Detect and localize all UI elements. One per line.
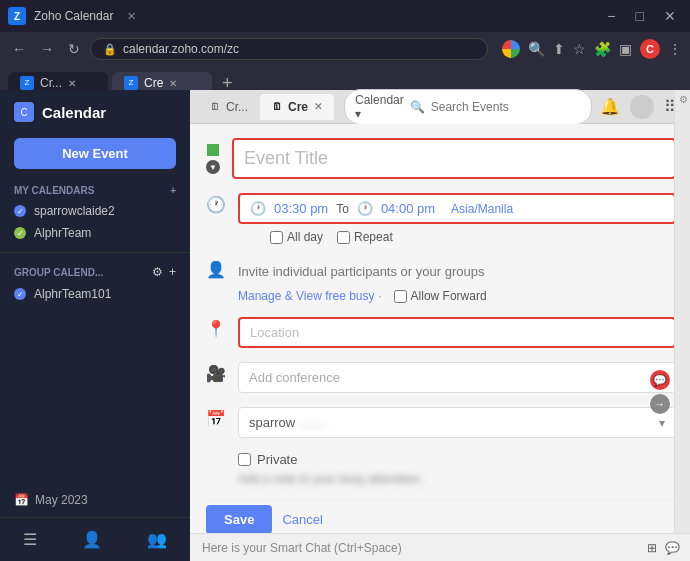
content-tab-2[interactable]: 🗓 Cre ✕ <box>260 94 334 120</box>
group-bottom-icon[interactable]: 👥 <box>143 526 171 553</box>
group-calendar-item-1[interactable]: ✓ AlphrTeam101 <box>0 283 190 305</box>
content-tab-bar: 🗓 Cr... 🗓 Cre ✕ Calendar ▾ 🔍 🔔 ⠿ <box>190 90 690 124</box>
content-tab-1[interactable]: 🗓 Cr... <box>198 94 260 120</box>
search-dropdown-label[interactable]: Calendar ▾ <box>355 93 404 121</box>
bookmark-icon[interactable]: ☆ <box>573 41 586 57</box>
clock-icon: 🕐 <box>206 195 226 214</box>
time-clock-2-icon: 🕐 <box>357 201 373 216</box>
tab-1-icon: Z <box>20 76 34 90</box>
search-icon[interactable]: 🔍 <box>528 41 545 57</box>
close-icon[interactable]: ✕ <box>127 10 136 23</box>
sidebar-header: C Calendar <box>0 90 190 134</box>
repeat-checkbox[interactable] <box>337 231 350 244</box>
location-icon: 📍 <box>206 319 226 338</box>
lock-icon: 🔒 <box>103 43 117 56</box>
menu-icon[interactable]: ⋮ <box>668 41 682 57</box>
calendar-item-alphrteam[interactable]: ✓ AlphrTeam <box>0 222 190 244</box>
url-bar[interactable]: 🔒 calendar.zoho.com/zc <box>90 38 488 60</box>
forward-button[interactable]: → <box>36 39 58 59</box>
browser-icon: Z <box>8 7 26 25</box>
calendar-row: 📅 sparrow ........ ▾ <box>206 407 676 438</box>
add-calendar-icon[interactable]: + <box>170 185 176 196</box>
menu-bottom-icon[interactable]: ☰ <box>19 526 41 553</box>
search-bar[interactable]: Calendar ▾ 🔍 <box>344 89 592 125</box>
floating-action-1[interactable]: 💬 <box>650 370 670 390</box>
right-strip-icon-1[interactable]: ⚙ <box>679 94 688 105</box>
location-input[interactable] <box>238 317 676 348</box>
new-event-button[interactable]: New Event <box>14 138 176 169</box>
calendar-dropdown[interactable]: sparrow ........ ▾ <box>238 407 676 438</box>
search-input[interactable] <box>431 100 581 114</box>
share-icon[interactable]: ⬆ <box>553 41 565 57</box>
event-title-input[interactable] <box>232 138 676 179</box>
location-row: 📍 <box>206 317 676 348</box>
invite-input[interactable] <box>238 258 676 285</box>
smart-chat-bar: Here is your Smart Chat (Ctrl+Space) ⊞ 💬 <box>190 533 690 561</box>
private-checkbox[interactable] <box>238 453 251 466</box>
maximize-icon[interactable]: □ <box>630 8 650 24</box>
extension-icon[interactable]: 🧩 <box>594 41 611 57</box>
sidebar-toggle-icon[interactable]: ▣ <box>619 41 632 57</box>
form-actions: Save Cancel <box>206 500 676 533</box>
conference-row: 🎥 Add conference ▾ <box>206 362 676 393</box>
content-tab-2-close[interactable]: ✕ <box>314 101 322 112</box>
tab-2-label: Cre <box>144 76 163 90</box>
person-bottom-icon[interactable]: 👤 <box>78 526 106 553</box>
logo-text: C <box>20 107 27 118</box>
google-icon[interactable] <box>502 40 520 58</box>
cancel-button[interactable]: Cancel <box>282 512 322 527</box>
allday-checkbox-label[interactable]: All day <box>270 230 323 244</box>
allow-forward-label[interactable]: Allow Forward <box>394 289 487 303</box>
calendar-item-sparrowclaide2[interactable]: ✓ sparrowclaide2 <box>0 200 190 222</box>
calendar-blurred: ........ <box>299 416 326 430</box>
conference-icon: 🎥 <box>206 364 226 383</box>
calendar-form-icon: 📅 <box>206 409 226 428</box>
event-form: ▼ 🕐 🕐 03:30 pm To 🕐 04:00 pm Asia/Manila <box>190 124 690 533</box>
private-label[interactable]: Private <box>238 452 676 467</box>
floating-action-2[interactable]: → <box>650 394 670 414</box>
content-tab-2-icon: 🗓 <box>272 101 282 112</box>
sidebar-footer: 📅 May 2023 <box>0 483 190 517</box>
smart-chat-icon-1[interactable]: ⊞ <box>647 541 657 555</box>
allow-forward-checkbox[interactable] <box>394 290 407 303</box>
time-to-label: To <box>336 202 349 216</box>
my-calendars-header: MY CALENDARS + <box>0 179 190 200</box>
smart-chat-icon-2[interactable]: 💬 <box>665 541 680 555</box>
search-icon: 🔍 <box>410 100 425 114</box>
allday-checkbox[interactable] <box>270 231 283 244</box>
dropdown-dot[interactable]: ▼ <box>206 160 220 174</box>
repeat-checkbox-label[interactable]: Repeat <box>337 230 393 244</box>
conference-dropdown[interactable]: Add conference ▾ <box>238 362 676 393</box>
manage-row: Manage & View free busy · Allow Forward <box>238 289 676 303</box>
save-button[interactable]: Save <box>206 505 272 533</box>
end-time[interactable]: 04:00 pm <box>381 201 435 216</box>
time-range-bar[interactable]: 🕐 03:30 pm To 🕐 04:00 pm Asia/Manila <box>238 193 676 224</box>
refresh-button[interactable]: ↻ <box>64 39 84 59</box>
timezone-link[interactable]: Asia/Manila <box>451 202 513 216</box>
sidebar: C Calendar New Event MY CALENDARS + ✓ sp… <box>0 90 190 561</box>
add-group-icon[interactable]: + <box>169 265 176 279</box>
avatar-icon[interactable] <box>630 95 654 119</box>
calendar-arrow-icon: ▾ <box>659 416 665 430</box>
smart-chat-label: Here is your Smart Chat (Ctrl+Space) <box>202 541 402 555</box>
minimize-icon[interactable]: − <box>601 8 621 24</box>
manage-link[interactable]: Manage & View free busy <box>238 289 375 303</box>
group-cal-dot-1: ✓ <box>14 288 26 300</box>
time-row: 🕐 🕐 03:30 pm To 🕐 04:00 pm Asia/Manila A… <box>206 193 676 244</box>
start-time[interactable]: 03:30 pm <box>274 201 328 216</box>
tab-1-label: Cr... <box>40 76 62 90</box>
allday-repeat-row: All day Repeat <box>270 230 676 244</box>
group-cal-label-1: AlphrTeam101 <box>34 287 111 301</box>
tab-2-close[interactable]: ✕ <box>169 78 177 89</box>
status-dot <box>207 144 219 156</box>
bell-icon[interactable]: 🔔 <box>600 97 620 116</box>
window-close-icon[interactable]: ✕ <box>658 8 682 24</box>
profile-icon[interactable]: C <box>640 39 660 59</box>
tab-1-close[interactable]: ✕ <box>68 78 76 89</box>
sidebar-divider <box>0 252 190 253</box>
title-row: ▼ <box>206 138 676 179</box>
back-button[interactable]: ← <box>8 39 30 59</box>
group-settings-icon[interactable]: ⚙ <box>152 265 163 279</box>
conference-label: Add conference <box>249 370 340 385</box>
sidebar-bottom-icons: ☰ 👤 👥 <box>0 517 190 561</box>
